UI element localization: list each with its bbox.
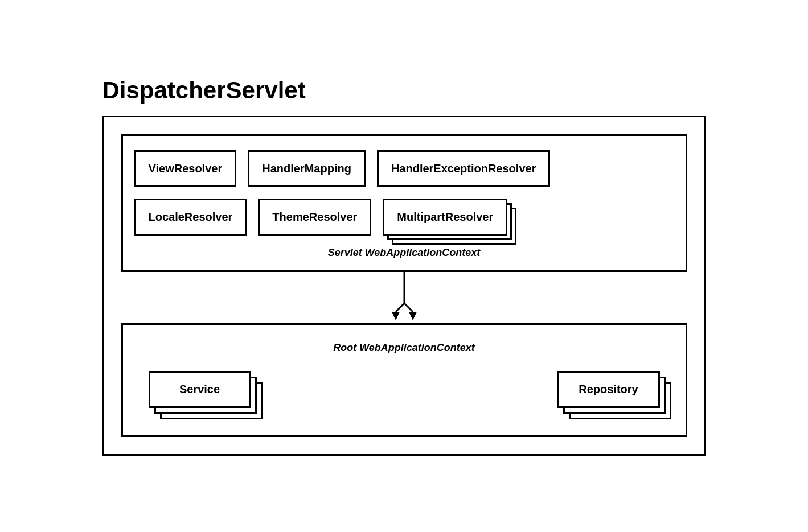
outer-border: ViewResolver HandlerMapping HandlerExcep… <box>102 116 706 456</box>
arrow-svg <box>387 272 421 323</box>
multipart-resolver-stack: MultipartResolver <box>383 199 507 236</box>
multipart-resolver-box: MultipartResolver <box>383 199 507 236</box>
main-title: DispatcherServlet <box>102 77 706 104</box>
root-web-application-context: Root WebApplicationContext Service Repos… <box>121 323 687 437</box>
arrow-area <box>121 272 687 323</box>
svg-line-2 <box>404 303 413 312</box>
root-context-label: Root WebApplicationContext <box>137 342 671 354</box>
handler-exception-resolver-box: HandlerExceptionResolver <box>377 150 551 187</box>
theme-resolver-box: ThemeResolver <box>258 199 371 236</box>
handler-mapping-box: HandlerMapping <box>248 150 366 187</box>
component-row-1: ViewResolver HandlerMapping HandlerExcep… <box>134 150 674 187</box>
servlet-context-label: Servlet WebApplicationContext <box>134 247 674 259</box>
svg-line-1 <box>396 303 404 312</box>
service-box: Service <box>149 371 251 408</box>
repository-box: Repository <box>557 371 660 408</box>
diagram-container: DispatcherServlet ViewResolver HandlerMa… <box>91 65 717 467</box>
service-stack: Service <box>149 371 251 408</box>
component-row-2: LocaleResolver ThemeResolver MultipartRe… <box>134 199 674 236</box>
servlet-web-application-context: ViewResolver HandlerMapping HandlerExcep… <box>121 134 687 272</box>
repository-stack: Repository <box>557 371 660 408</box>
view-resolver-box: ViewResolver <box>134 150 237 187</box>
locale-resolver-box: LocaleResolver <box>134 199 247 236</box>
root-components: Service Repository <box>137 371 671 408</box>
